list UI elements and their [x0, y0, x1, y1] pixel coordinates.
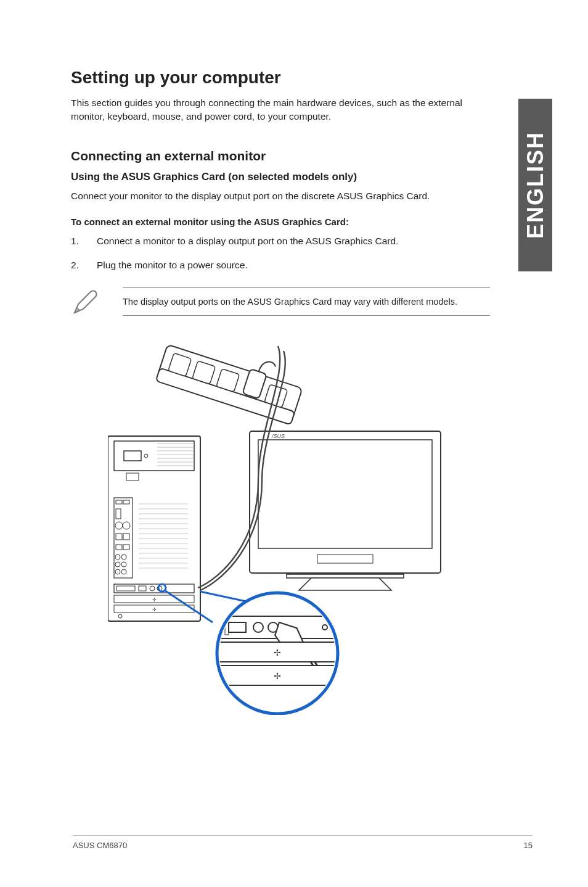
svg-text:✢: ✢	[152, 607, 157, 613]
svg-text:/SUS: /SUS	[271, 433, 285, 439]
monitor-illustration: /SUS	[250, 431, 441, 590]
step-text: Connect a monitor to a display output po…	[97, 234, 398, 248]
note-block: The display output ports on the ASUS Gra…	[71, 287, 490, 316]
language-tab-label: ENGLISH	[523, 131, 549, 239]
footer-page-number: 15	[524, 841, 533, 850]
svg-rect-17	[124, 451, 141, 461]
svg-rect-49	[287, 574, 404, 578]
steps-list: 1. Connect a monitor to a display output…	[71, 234, 490, 272]
page-content: Setting up your computer This section gu…	[71, 68, 490, 715]
note-text: The display output ports on the ASUS Gra…	[123, 287, 490, 316]
list-item: 2. Plug the monitor to a power source.	[71, 258, 490, 272]
zoom-detail-illustration: ✢ ✢	[217, 593, 342, 714]
page-title: Setting up your computer	[71, 68, 490, 88]
svg-text:✢: ✢	[274, 671, 281, 681]
subsection-heading: Using the ASUS Graphics Card (on selecte…	[71, 171, 490, 183]
subsection-body: Connect your monitor to the display outp…	[71, 189, 490, 203]
computer-tower-illustration: ✢ ✢	[108, 436, 200, 621]
pencil-icon	[71, 287, 100, 316]
intro-paragraph: This section guides you through connecti…	[71, 96, 490, 124]
footer-model: ASUS CM6870	[73, 841, 127, 850]
list-item: 1. Connect a monitor to a display output…	[71, 234, 490, 248]
step-number: 1.	[71, 234, 97, 248]
section-heading: Connecting an external monitor	[71, 149, 490, 163]
connection-diagram: ✢ ✢ /SUS	[71, 332, 490, 715]
svg-rect-18	[126, 473, 139, 481]
svg-text:✢: ✢	[274, 648, 281, 658]
step-number: 2.	[71, 258, 97, 272]
steps-heading: To connect an external monitor using the…	[71, 217, 490, 227]
power-strip-illustration	[156, 332, 308, 425]
svg-text:✢: ✢	[152, 597, 157, 603]
svg-rect-46	[258, 440, 432, 548]
language-tab: ENGLISH	[518, 99, 552, 271]
page-footer: ASUS CM6870 15	[73, 835, 533, 850]
step-text: Plug the monitor to a power source.	[97, 258, 248, 272]
